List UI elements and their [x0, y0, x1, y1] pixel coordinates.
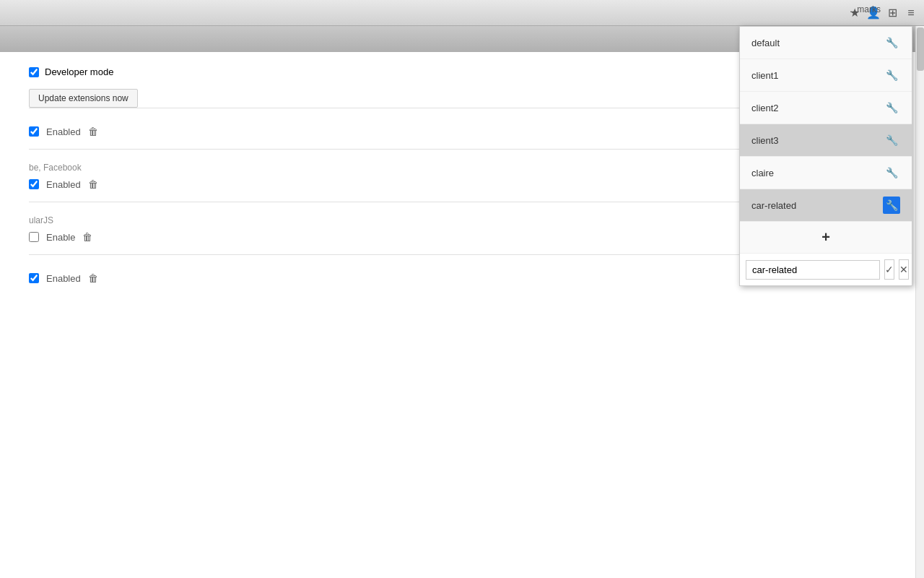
- dropdown-item-client3[interactable]: client3 🔧: [740, 124, 912, 157]
- update-extensions-button[interactable]: Update extensions now: [29, 89, 138, 108]
- confirm-profile-button[interactable]: ✓: [884, 259, 894, 280]
- profile-name-input[interactable]: [746, 260, 880, 280]
- developer-mode-label: Developer mode: [45, 66, 113, 77]
- dropdown-item-client1[interactable]: client1 🔧: [740, 59, 912, 92]
- profile-dropdown: default 🔧 client1 🔧 client2 🔧 client3 🔧 …: [739, 26, 912, 286]
- dropdown-item-client1-wrench[interactable]: 🔧: [883, 66, 900, 84]
- extension-2-enable-checkbox[interactable]: [29, 179, 39, 189]
- extension-3-enable-checkbox[interactable]: [29, 232, 39, 242]
- extension-4-delete-icon[interactable]: 🗑: [88, 272, 98, 284]
- dropdown-item-claire-label: claire: [751, 168, 774, 178]
- bookmarks-label: ...marks: [850, 4, 881, 14]
- edit-profile-row: ✓ ✕: [740, 254, 912, 285]
- extension-3-enable-label: Enable: [46, 232, 75, 243]
- dropdown-item-client2-label: client2: [751, 103, 779, 113]
- dropdown-item-car-related-label: car-related: [751, 200, 796, 211]
- dropdown-item-client1-label: client1: [751, 70, 779, 81]
- dropdown-item-default[interactable]: default 🔧: [740, 27, 912, 59]
- extension-2-delete-icon[interactable]: 🗑: [88, 178, 98, 190]
- dropdown-item-client3-wrench[interactable]: 🔧: [883, 131, 900, 149]
- extension-4-enabled-label: Enabled: [46, 273, 81, 284]
- dropdown-item-client2-wrench[interactable]: 🔧: [883, 99, 900, 116]
- add-icon: +: [821, 229, 830, 246]
- dropdown-item-claire[interactable]: claire 🔧: [740, 157, 912, 189]
- dropdown-item-default-label: default: [751, 38, 780, 48]
- extension-3-delete-icon[interactable]: 🗑: [82, 231, 92, 243]
- extension-4-enable-checkbox[interactable]: [29, 273, 39, 283]
- chrome-toolbar: ...marks ★ 👤 ⊞ ≡: [0, 0, 924, 26]
- extensions-icon[interactable]: ⊞: [885, 6, 899, 20]
- extension-1-enable-checkbox[interactable]: [29, 126, 39, 137]
- developer-mode-checkbox[interactable]: [29, 67, 39, 77]
- dropdown-item-default-wrench[interactable]: 🔧: [883, 34, 900, 51]
- dropdown-item-client3-label: client3: [751, 135, 779, 146]
- menu-icon[interactable]: ≡: [904, 6, 918, 20]
- dropdown-item-car-related-wrench[interactable]: 🔧: [883, 197, 900, 214]
- extension-1-delete-icon[interactable]: 🗑: [88, 126, 98, 137]
- extension-2-enabled-label: Enabled: [46, 179, 81, 190]
- dropdown-item-claire-wrench[interactable]: 🔧: [883, 164, 900, 181]
- add-profile-button[interactable]: +: [740, 222, 912, 254]
- dropdown-item-client2[interactable]: client2 🔧: [740, 92, 912, 124]
- extension-1-enabled-label: Enabled: [46, 126, 81, 137]
- cancel-profile-button[interactable]: ✕: [899, 259, 909, 280]
- dropdown-item-car-related[interactable]: car-related 🔧: [740, 189, 912, 222]
